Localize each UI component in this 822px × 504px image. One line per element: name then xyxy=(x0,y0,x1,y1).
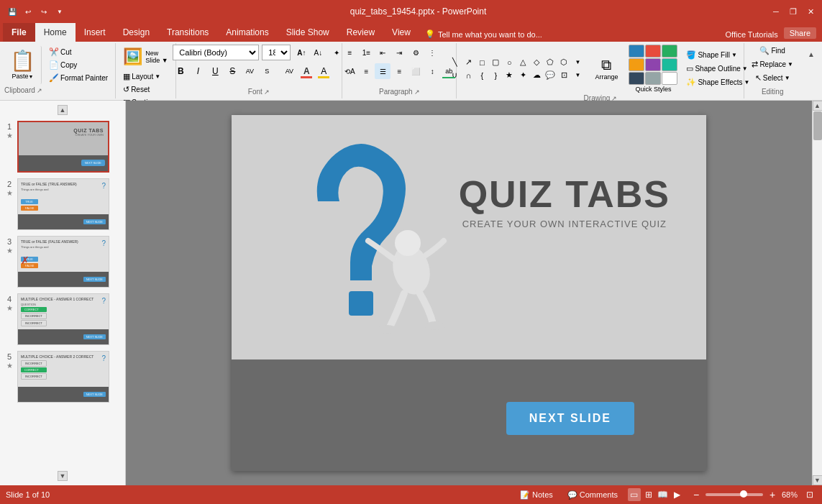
reading-view-button[interactable]: 📖 xyxy=(657,488,670,501)
office-tutorials-button[interactable]: Office Tutorials xyxy=(725,30,777,39)
tab-review[interactable]: Review xyxy=(338,23,383,42)
collapse-ribbon-button[interactable]: ▲ xyxy=(803,46,819,62)
slide-sorter-button[interactable]: ⊞ xyxy=(642,488,655,501)
copy-button[interactable]: 📄Copy xyxy=(46,59,111,71)
fit-slide-button[interactable]: ⊡ xyxy=(803,488,816,501)
paste-button[interactable]: 📋 Paste ▼ xyxy=(4,46,42,84)
align-right-button[interactable]: ≡ xyxy=(391,63,407,79)
shape-rect-button[interactable]: □ xyxy=(475,57,488,68)
minimize-button[interactable]: ─ xyxy=(770,6,782,17)
zoom-out-button[interactable]: − xyxy=(690,488,703,501)
tab-home[interactable]: Home xyxy=(35,23,76,42)
layout-button[interactable]: ▦ Layout ▼ xyxy=(120,70,165,83)
slide-thumb-1[interactable]: 1 ★ QUIZ TABS CREATE YOUR OWN NEXT SLIDE xyxy=(3,119,122,174)
paragraph-expand-icon[interactable]: ↗ xyxy=(414,88,420,96)
zoom-slider[interactable] xyxy=(705,493,763,496)
reset-button[interactable]: ↺ Reset xyxy=(120,83,165,96)
underline-button[interactable]: U xyxy=(207,63,223,79)
columns-button[interactable]: ⋮ xyxy=(424,45,440,60)
tab-slideshow[interactable]: Slide Show xyxy=(278,23,338,42)
panel-scroll-up-button[interactable]: ▲ xyxy=(58,105,68,115)
font-shadow-button[interactable]: S xyxy=(259,63,275,79)
slide-thumb-4[interactable]: 4 ★ MULTIPLE CHOICE - ANSWER 1 CORRECT Q… xyxy=(3,292,122,347)
quick-styles-button[interactable]: Quick Styles xyxy=(629,45,677,93)
tell-me-label[interactable]: Tell me what you want to do... xyxy=(438,30,542,39)
replace-button[interactable]: ⇄ Replace ▼ xyxy=(749,58,796,70)
decrease-font-size-button[interactable]: A↓ xyxy=(310,45,326,60)
text-color-button[interactable]: A xyxy=(316,63,332,79)
select-button[interactable]: ↖ Select ▼ xyxy=(752,72,793,84)
notes-button[interactable]: 📝 Notes xyxy=(516,489,557,501)
find-button[interactable]: 🔍 Find xyxy=(757,45,787,57)
slide-thumb-5[interactable]: 5 ★ MULTIPLE CHOICE - ANSWER 2 CORRECT I… xyxy=(3,349,122,404)
shape-curve2-button[interactable]: ∩ xyxy=(462,70,475,81)
shape-textbox-button[interactable]: ⊡ xyxy=(557,70,570,81)
zoom-slider-handle[interactable] xyxy=(740,490,747,498)
font-family-select[interactable]: Calibri (Body) xyxy=(173,45,259,60)
close-button[interactable]: ✕ xyxy=(805,6,816,17)
shape-pentagon-button[interactable]: ⬠ xyxy=(544,57,557,68)
shape-cloud-button[interactable]: ☁ xyxy=(530,70,543,81)
slide-thumb-2[interactable]: 2 ★ TRUE or FALSE (TRUE ANSWER) Things a… xyxy=(3,177,122,232)
italic-button[interactable]: I xyxy=(190,63,206,79)
bold-button[interactable]: B xyxy=(173,63,188,79)
shape-oval-button[interactable]: ○ xyxy=(503,57,516,68)
shape-hex-button[interactable]: ⬡ xyxy=(557,57,570,68)
bullet-list-button[interactable]: ≡ xyxy=(342,45,357,60)
customize-quick-access-icon[interactable]: ▼ xyxy=(53,5,66,18)
clipboard-expand-icon[interactable]: ↗ xyxy=(37,87,42,94)
shape-arrow-button[interactable]: ↗ xyxy=(462,57,475,68)
redo-icon[interactable]: ↪ xyxy=(37,5,50,18)
shape-brace-button[interactable]: } xyxy=(489,70,502,81)
tab-transitions[interactable]: Transitions xyxy=(158,23,217,42)
shape-more-button[interactable]: ▼ xyxy=(571,57,584,68)
comments-button[interactable]: 💬 Comments xyxy=(563,489,622,501)
save-icon[interactable]: 💾 xyxy=(6,5,19,18)
format-painter-button[interactable]: 🖌️Format Painter xyxy=(46,72,111,84)
scroll-down-button[interactable]: ▼ xyxy=(813,475,823,485)
line-spacing-button[interactable]: ↕ xyxy=(424,63,440,79)
cut-button[interactable]: ✂️Cut xyxy=(46,46,111,58)
share-button[interactable]: Share xyxy=(784,27,816,39)
undo-icon[interactable]: ↩ xyxy=(22,5,35,18)
normal-view-button[interactable]: ▭ xyxy=(628,488,641,501)
font-size-select[interactable]: 18 xyxy=(262,45,291,60)
shape-bracket-button[interactable]: { xyxy=(475,70,488,81)
shape-rrect-button[interactable]: ▢ xyxy=(489,57,502,68)
panel-scroll-down-button[interactable]: ▼ xyxy=(58,471,68,481)
font-color-button[interactable]: A xyxy=(298,63,314,79)
text-highlight-button[interactable]: ab xyxy=(441,63,457,79)
scroll-thumb[interactable] xyxy=(813,111,822,140)
tab-file[interactable]: File xyxy=(3,23,35,42)
shape-star5-button[interactable]: ★ xyxy=(503,70,516,81)
new-slide-button[interactable]: 🖼️ New Slide ▼ xyxy=(120,45,170,69)
character-spacing-button[interactable]: AV xyxy=(281,63,297,79)
smart-art-button[interactable]: ⚙ xyxy=(408,45,424,60)
zoom-in-button[interactable]: + xyxy=(766,488,779,501)
decrease-indent-button[interactable]: ⇤ xyxy=(375,45,391,60)
text-direction-button[interactable]: ⟲A xyxy=(342,63,357,79)
small-caps-button[interactable]: AV xyxy=(242,63,257,79)
numbered-list-button[interactable]: 1≡ xyxy=(358,45,374,60)
scroll-up-button[interactable]: ▲ xyxy=(813,101,823,111)
slide-thumb-3[interactable]: 3 ★ TRUE or FALSE (FALSE ANSWER) Things … xyxy=(3,234,122,289)
shape-more2-button[interactable]: ▼ xyxy=(571,70,584,81)
slide-show-button[interactable]: ▶ xyxy=(671,488,684,501)
tab-animations[interactable]: Animations xyxy=(217,23,277,42)
align-center-button[interactable]: ☰ xyxy=(375,63,391,79)
shape-outline-button[interactable]: ▭ Shape Outline ▼ xyxy=(683,63,752,75)
shape-star6-button[interactable]: ✦ xyxy=(516,70,529,81)
next-slide-button[interactable]: NEXT SLIDE xyxy=(506,402,634,435)
arrange-button[interactable]: ⧉ Arrange xyxy=(588,54,624,83)
tab-insert[interactable]: Insert xyxy=(76,23,114,42)
justify-button[interactable]: ⬜ xyxy=(408,63,424,79)
tab-view[interactable]: View xyxy=(383,23,419,42)
strikethrough-button[interactable]: S xyxy=(224,63,240,79)
shape-triangle-button[interactable]: △ xyxy=(516,57,529,68)
increase-indent-button[interactable]: ⇥ xyxy=(391,45,407,60)
shape-diamond-button[interactable]: ◇ xyxy=(530,57,543,68)
increase-font-size-button[interactable]: A↑ xyxy=(293,45,309,60)
shape-callout-button[interactable]: 💬 xyxy=(544,70,557,81)
tab-design[interactable]: Design xyxy=(114,23,158,42)
restore-button[interactable]: ❐ xyxy=(787,6,799,17)
